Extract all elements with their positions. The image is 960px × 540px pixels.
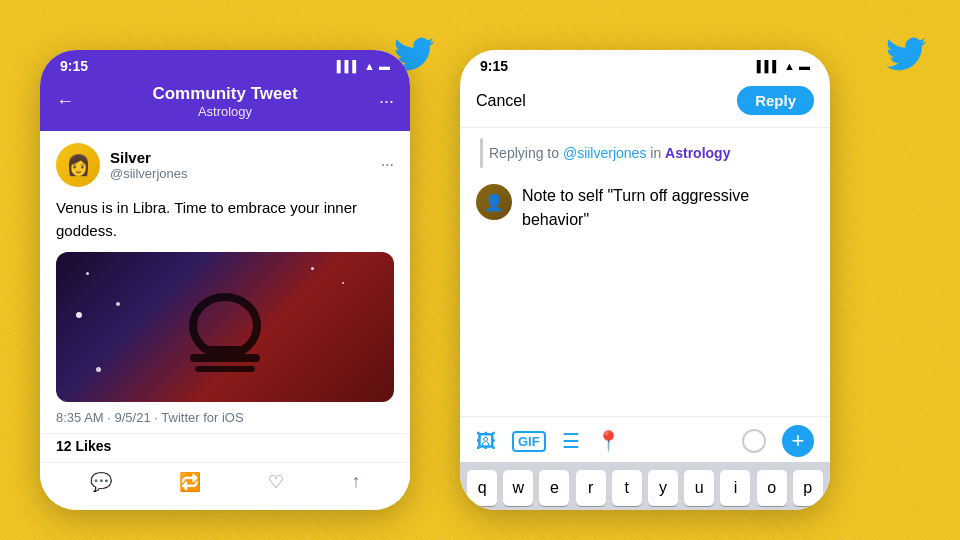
location-icon[interactable]: 📍 [596, 429, 621, 453]
reply-thread-line [480, 138, 483, 168]
key-e[interactable]: e [539, 470, 569, 506]
key-p[interactable]: p [793, 470, 823, 506]
header-title: Community Tweet [152, 84, 297, 104]
libra-symbol [175, 282, 275, 372]
reply-header: Cancel Reply [460, 78, 830, 128]
header-subtitle: Astrology [152, 104, 297, 119]
signal-icon-2: ▌▌▌ [757, 60, 780, 72]
status-time-1: 9:15 [60, 58, 88, 74]
reply-avatar: 👤 [476, 184, 512, 220]
retweet-button[interactable]: 🔁 [179, 471, 201, 493]
reply-button[interactable]: Reply [737, 86, 814, 115]
add-tweet-button[interactable]: + [782, 425, 814, 457]
cancel-button[interactable]: Cancel [476, 92, 526, 110]
tweet-image [56, 252, 394, 402]
battery-icon-2: ▬ [799, 60, 810, 72]
tweet-more-options[interactable]: ··· [381, 156, 394, 174]
signal-icons-2: ▌▌▌ ▲ ▬ [757, 60, 810, 72]
like-button[interactable]: ♡ [268, 471, 284, 493]
status-time-2: 9:15 [480, 58, 508, 74]
battery-icon: ▬ [379, 60, 390, 72]
replying-in: in [646, 145, 665, 161]
signal-icon: ▌▌▌ [337, 60, 360, 72]
author-info: Silver @siilverjones [110, 149, 188, 181]
image-icon[interactable]: 🖼 [476, 430, 496, 453]
reply-compose-area: 👤 Note to self "Turn off aggressive beha… [460, 174, 830, 242]
key-w[interactable]: w [503, 470, 533, 506]
progress-circle [742, 429, 766, 453]
reply-text[interactable]: Note to self "Turn off aggressive behavi… [522, 184, 814, 232]
tweet-likes: 12 Likes [40, 433, 410, 463]
share-button[interactable]: ↑ [351, 471, 360, 493]
tweet-meta: 8:35 AM · 9/5/21 · Twitter for iOS [40, 402, 410, 429]
replying-user[interactable]: @siilverjones [563, 145, 646, 161]
key-u[interactable]: u [684, 470, 714, 506]
reply-context: Replying to @siilverjones in Astrology [460, 128, 830, 174]
author-avatar: 👩 [56, 143, 100, 187]
key-t[interactable]: t [612, 470, 642, 506]
keyboard: q w e r t y u i o p [460, 462, 830, 510]
community-tweet-header: ← Community Tweet Astrology ··· [40, 78, 410, 131]
tweet-author-row: 👩 Silver @siilverjones ··· [40, 131, 410, 191]
replying-community[interactable]: Astrology [665, 145, 730, 161]
phones-container: 9:15 ▌▌▌ ▲ ▬ ← Community Tweet Astrology… [40, 50, 920, 510]
tweet-actions: 💬 🔁 ♡ ↑ [40, 463, 410, 501]
tweet-text: Venus is in Libra. Time to embrace your … [40, 191, 410, 252]
svg-rect-1 [195, 366, 255, 372]
key-q[interactable]: q [467, 470, 497, 506]
tweet-content: 👩 Silver @siilverjones ··· Venus is in L… [40, 131, 410, 501]
phone-reply: 9:15 ▌▌▌ ▲ ▬ Cancel Reply Replying to @s… [460, 50, 830, 510]
gif-icon[interactable]: GIF [512, 431, 546, 452]
status-bar-1: 9:15 ▌▌▌ ▲ ▬ [40, 50, 410, 78]
author-name: Silver [110, 149, 188, 166]
phone-community-tweet: 9:15 ▌▌▌ ▲ ▬ ← Community Tweet Astrology… [40, 50, 410, 510]
key-y[interactable]: y [648, 470, 678, 506]
comment-button[interactable]: 💬 [90, 471, 112, 493]
wifi-icon: ▲ [364, 60, 375, 72]
wifi-icon-2: ▲ [784, 60, 795, 72]
more-options-button[interactable]: ··· [379, 91, 394, 112]
author-left: 👩 Silver @siilverjones [56, 143, 188, 187]
back-button[interactable]: ← [56, 91, 74, 112]
status-bar-2: 9:15 ▌▌▌ ▲ ▬ [460, 50, 830, 78]
thread-icon[interactable]: ☰ [562, 429, 580, 453]
svg-rect-0 [190, 354, 260, 362]
compose-toolbar: 🖼 GIF ☰ 📍 + [460, 416, 830, 465]
author-handle: @siilverjones [110, 166, 188, 181]
replying-prefix: Replying to [489, 145, 563, 161]
signal-icons-1: ▌▌▌ ▲ ▬ [337, 60, 390, 72]
key-i[interactable]: i [720, 470, 750, 506]
replying-to-text: Replying to @siilverjones in Astrology [489, 144, 730, 162]
key-o[interactable]: o [757, 470, 787, 506]
key-r[interactable]: r [576, 470, 606, 506]
